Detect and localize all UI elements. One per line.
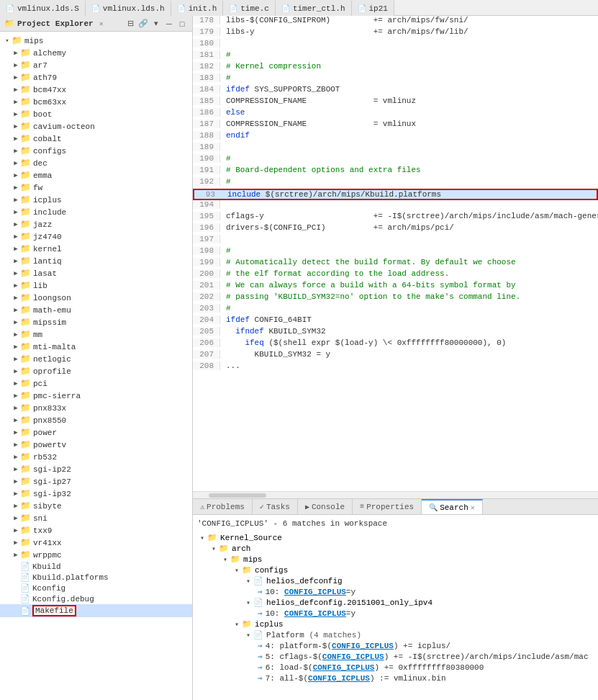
- toggle-fw[interactable]: ▶: [12, 184, 20, 192]
- maximize-button[interactable]: □: [176, 18, 188, 30]
- tab-time-c[interactable]: 📄 time.c: [223, 0, 276, 16]
- toggle-sgi-ip22[interactable]: ▶: [12, 465, 20, 473]
- toggle-cobalt[interactable]: ▶: [12, 135, 20, 143]
- tab-vmlinux-lds-h[interactable]: 📄 vmlinux.lds.h: [86, 0, 171, 16]
- toggle-powertv[interactable]: ▶: [12, 441, 20, 449]
- tree-item-pnx8550[interactable]: ▶ 📁 pnx8550: [0, 414, 192, 426]
- tab-ip21[interactable]: 📄 ip21: [352, 0, 394, 16]
- toggle-power[interactable]: ▶: [12, 428, 20, 436]
- tree-item-configs[interactable]: ▶ 📁 configs: [0, 145, 192, 157]
- result-match-1[interactable]: ⇒ 10: CONFIG_ICPLUS=y: [197, 586, 594, 597]
- result-match-5[interactable]: ⇒ 6: load-$(CONFIG_ICPLUS) += 0xffffffff…: [197, 662, 594, 673]
- result-helios-defconfig2[interactable]: ▾ 📄 helios_defconfig.20151001_only_ipv4: [197, 597, 594, 608]
- toggle-sgi-ip32[interactable]: ▶: [12, 490, 20, 498]
- result-platform[interactable]: ▾ 📄 Platform (4 matches): [197, 629, 594, 640]
- result-helios-defconfig[interactable]: ▾ 📄 helios_defconfig: [197, 575, 594, 586]
- result-arch[interactable]: ▾ 📁 arch: [197, 543, 594, 554]
- tree-item-pci[interactable]: ▶ 📁 pci: [0, 377, 192, 390]
- toggle-sgi-ip27[interactable]: ▶: [12, 477, 20, 485]
- tree-item-sni[interactable]: ▶ 📁 sni: [0, 512, 192, 524]
- toggle-mti-malta[interactable]: ▶: [12, 343, 20, 351]
- tree-item-makefile[interactable]: ▶ 📄 Makefile: [0, 604, 192, 617]
- collapse-all-button[interactable]: ⊟: [124, 18, 136, 30]
- tree-item-include[interactable]: ▶ 📁 include: [0, 206, 192, 218]
- tree-item-mti-malta[interactable]: ▶ 📁 mti-malta: [0, 341, 192, 353]
- toggle-pnx833x[interactable]: ▶: [12, 404, 20, 412]
- toggle-jazz[interactable]: ▶: [12, 220, 20, 228]
- result-match-4[interactable]: ⇒ 5: cflags-$(CONFIG_ICPLUS) += -I$(srct…: [197, 651, 594, 662]
- tree-item-ath79[interactable]: ▶ 📁 ath79: [0, 71, 192, 84]
- tree-item-bcm63xx[interactable]: ▶ 📁 bcm63xx: [0, 96, 192, 108]
- result-kernel-source[interactable]: ▾ 📁 Kernel_Source: [197, 532, 594, 543]
- tree-item-netlogic[interactable]: ▶ 📁 netlogic: [0, 353, 192, 365]
- tab-console[interactable]: ▶ Console: [298, 499, 353, 514]
- tree-item-lib[interactable]: ▶ 📁 lib: [0, 279, 192, 292]
- toggle-configs[interactable]: ▶: [12, 147, 20, 155]
- tree-item-kbuild[interactable]: ▶ 📄 Kbuild: [0, 561, 192, 572]
- toggle-jz4740[interactable]: ▶: [12, 233, 20, 241]
- view-menu-button[interactable]: ▾: [150, 18, 162, 30]
- toggle-sibyte[interactable]: ▶: [12, 502, 20, 510]
- toggle-lantiq[interactable]: ▶: [12, 257, 20, 265]
- toggle-netlogic[interactable]: ▶: [12, 355, 20, 363]
- tree-item-alchemy[interactable]: ▶ 📁 alchemy: [0, 47, 192, 59]
- toggle-mm[interactable]: ▶: [12, 331, 20, 338]
- tree-item-jazz[interactable]: ▶ 📁 jazz: [0, 218, 192, 230]
- tree-item-emma[interactable]: ▶ 📁 emma: [0, 169, 192, 181]
- tree-item-icplus[interactable]: ▶ 📁 icplus: [0, 194, 192, 206]
- toggle-vr41xx[interactable]: ▶: [12, 539, 20, 547]
- result-configs[interactable]: ▾ 📁 configs: [197, 565, 594, 575]
- tree-item-math-emu[interactable]: ▶ 📁 math-emu: [0, 304, 192, 316]
- toggle-bcm63xx[interactable]: ▶: [12, 98, 20, 106]
- tree-item-pmc-sierra[interactable]: ▶ 📁 pmc-sierra: [0, 390, 192, 402]
- tree-item-loongson[interactable]: ▶ 📁 loongson: [0, 292, 192, 304]
- tree-item-pnx833x[interactable]: ▶ 📁 pnx833x: [0, 402, 192, 414]
- toggle-pmc-sierra[interactable]: ▶: [12, 392, 20, 400]
- tree-item-dec[interactable]: ▶ 📁 dec: [0, 157, 192, 169]
- tab-vmlinux-lds-s[interactable]: 📄 vmlinux.lds.S: [0, 0, 86, 16]
- toggle-lasat[interactable]: ▶: [12, 269, 20, 277]
- toggle-alchemy[interactable]: ▶: [12, 49, 20, 57]
- tree-item-cavium-octeon[interactable]: ▶ 📁 cavium-octeon: [0, 120, 192, 133]
- tree-item-rb532[interactable]: ▶ 📁 rb532: [0, 451, 192, 463]
- toggle-loongson[interactable]: ▶: [12, 294, 20, 302]
- tree-item-kconfig-debug[interactable]: ▶ 📄 Kconfig.debug: [0, 593, 192, 604]
- tree-item-ar7[interactable]: ▶ 📁 ar7: [0, 59, 192, 71]
- toggle-ar7[interactable]: ▶: [12, 61, 20, 69]
- toggle-mipssim[interactable]: ▶: [12, 318, 20, 326]
- tab-properties[interactable]: ≡ Properties: [353, 499, 422, 514]
- tree-item-wrppmc[interactable]: ▶ 📁 wrppmc: [0, 549, 192, 561]
- tab-init-h[interactable]: 📄 init.h: [171, 0, 224, 16]
- tree-item-fw[interactable]: ▶ 📁 fw: [0, 181, 192, 194]
- toggle-sni[interactable]: ▶: [12, 514, 20, 522]
- toggle-dec[interactable]: ▶: [12, 159, 20, 167]
- editor-content[interactable]: 178 libs-$(CONFIG_SNIPROM) += arch/mips/…: [193, 16, 598, 491]
- tree-item-jz4740[interactable]: ▶ 📁 jz4740: [0, 230, 192, 243]
- tree-item-txx9[interactable]: ▶ 📁 txx9: [0, 524, 192, 537]
- tree-item-oprofile[interactable]: ▶ 📁 oprofile: [0, 365, 192, 377]
- tree-item-lasat[interactable]: ▶ 📁 lasat: [0, 267, 192, 279]
- tab-tasks[interactable]: ✓ Tasks: [253, 499, 298, 514]
- tree-item-bcm47xx[interactable]: ▶ 📁 bcm47xx: [0, 84, 192, 96]
- tree-item-cobalt[interactable]: ▶ 📁 cobalt: [0, 133, 192, 145]
- tree-item-sgi-ip32[interactable]: ▶ 📁 sgi-ip32: [0, 488, 192, 500]
- toggle-ath79[interactable]: ▶: [12, 73, 20, 81]
- tree-item-kernel[interactable]: ▶ 📁 kernel: [0, 243, 192, 255]
- toggle-bcm47xx[interactable]: ▶: [12, 86, 20, 94]
- result-match-3[interactable]: ⇒ 4: platform-$(CONFIG_ICPLUS) += icplus…: [197, 640, 594, 651]
- result-mips[interactable]: ▾ 📁 mips: [197, 554, 594, 565]
- toggle-boot[interactable]: ▶: [12, 110, 20, 118]
- tree-item-mips[interactable]: ▾ 📁 mips: [0, 35, 192, 47]
- toggle-math-emu[interactable]: ▶: [12, 306, 20, 314]
- result-match-6[interactable]: ⇒ 7: all-$(CONFIG_ICPLUS) := vmlinux.bin: [197, 673, 594, 683]
- tree-item-kbuild-platforms[interactable]: ▶ 📄 Kbuild.platforms: [0, 572, 192, 583]
- tab-search[interactable]: 🔍 Search ✕: [422, 499, 483, 514]
- toggle-emma[interactable]: ▶: [12, 171, 20, 179]
- toggle-kernel[interactable]: ▶: [12, 245, 20, 253]
- result-match-2[interactable]: ⇒ 10: CONFIG_ICPLUS=y: [197, 608, 594, 619]
- tree-item-mm[interactable]: ▶ 📁 mm: [0, 328, 192, 341]
- tab-problems[interactable]: ⚠ Problems: [193, 499, 253, 514]
- toggle-cavium-octeon[interactable]: ▶: [12, 122, 20, 130]
- tree-item-sibyte[interactable]: ▶ 📁 sibyte: [0, 500, 192, 512]
- editor-horizontal-scrollbar[interactable]: [193, 491, 598, 498]
